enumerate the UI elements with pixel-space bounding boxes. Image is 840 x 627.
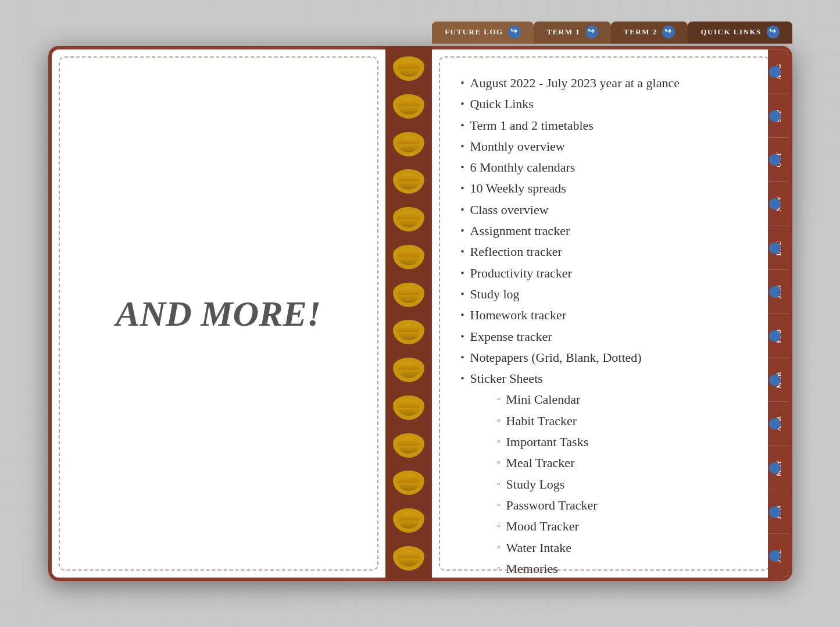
tab-quick-links[interactable]: QUICK LINKS	[688, 22, 792, 44]
sub-circle-icon: ○	[497, 500, 501, 510]
bullet-dot-icon: ●	[461, 205, 464, 215]
month-badge-icon	[769, 550, 781, 562]
content-area: ●August 2022 - July 2023 year at a glanc…	[432, 49, 789, 578]
bullet-item: ●Class overview	[461, 200, 760, 220]
future-log-icon	[508, 26, 521, 38]
month-tab-apr[interactable]: APR	[768, 401, 789, 446]
sub-bullet-item: ○Mood Tracker	[497, 516, 760, 537]
month-tab-nov[interactable]: NOV	[768, 181, 789, 226]
bullet-dot-icon: ●	[461, 162, 464, 172]
bullet-item: ●Monthly overview	[461, 136, 760, 157]
term2-icon	[662, 26, 675, 38]
quick-links-icon	[767, 26, 780, 38]
bullet-dot-icon: ●	[461, 99, 464, 109]
sub-bullet-item: ○Meal Tracker	[497, 453, 760, 473]
month-badge-icon	[769, 374, 781, 386]
sub-bullet-item: ○Study Logs	[497, 474, 760, 495]
sub-circle-icon: ○	[497, 416, 501, 426]
sub-circle-icon: ○	[497, 564, 501, 573]
bullet-dot-icon: ●	[461, 268, 464, 278]
left-page: AND MORE!	[48, 46, 385, 581]
bullet-item: ●Expense tracker	[461, 326, 760, 347]
tabs-bar: FUTURE LOG TERM 1 TERM 2 QUICK LINKS	[432, 22, 792, 44]
month-tab-feb[interactable]: FEB	[768, 314, 789, 358]
bullet-item: ●Study log	[461, 284, 760, 305]
bullet-item: ●Reflection tracker	[461, 241, 760, 262]
and-more-heading: AND MORE!	[116, 293, 321, 334]
ring-6	[393, 245, 424, 269]
bullet-dot-icon: ●	[461, 120, 464, 130]
ring-9	[393, 358, 424, 382]
notebook: FUTURE LOG TERM 1 TERM 2 QUICK LINKS AND…	[48, 46, 792, 581]
bullet-item: ●August 2022 - July 2023 year at a glanc…	[461, 73, 760, 94]
month-badge-icon	[769, 330, 781, 341]
ring-7	[393, 283, 424, 307]
month-badge-icon	[769, 418, 781, 430]
bullet-item: ●Sticker Sheets	[461, 368, 760, 389]
ring-1	[393, 56, 424, 81]
month-badge-icon	[769, 462, 781, 473]
sub-circle-icon: ○	[497, 458, 501, 468]
month-tab-aug[interactable]: AUG	[768, 49, 789, 94]
month-tab-mar[interactable]: MAR	[768, 358, 789, 402]
main-bullet-list: ●August 2022 - July 2023 year at a glanc…	[461, 73, 760, 578]
sub-bullet-item: ○Important Tasks	[497, 432, 760, 453]
sub-circle-icon: ○	[497, 543, 501, 553]
bullet-dot-icon: ●	[461, 226, 464, 236]
ring-13	[393, 508, 424, 533]
month-badge-icon	[769, 286, 781, 298]
tab-term1[interactable]: TERM 1	[534, 22, 611, 44]
sub-bullet-item: ○Mini Calendar	[497, 389, 760, 410]
bullet-item: ●Homework tracker	[461, 305, 760, 326]
sub-bullet-item: ○Water Intake	[497, 537, 760, 558]
bullet-dot-icon: ●	[461, 310, 464, 320]
sub-bullet-list: ○Mini Calendar○Habit Tracker○Important T…	[480, 389, 760, 578]
bullet-dot-icon: ●	[461, 289, 464, 299]
right-page: ●August 2022 - July 2023 year at a glanc…	[432, 46, 792, 581]
sub-bullet-item: ○Habit Tracker	[497, 411, 760, 432]
month-badge-icon	[769, 66, 781, 77]
month-tab-may[interactable]: MAY	[768, 446, 789, 490]
bullet-dot-icon: ●	[461, 332, 464, 341]
month-badge-icon	[769, 506, 781, 518]
ring-4	[393, 169, 424, 194]
month-tabs: AUGSEPOCTNOVDECJANFEBMARAPRMAYJUNJUL	[768, 49, 789, 578]
bullet-item: ●6 Monthly calendars	[461, 157, 760, 178]
bullet-item: ●Notepapers (Grid, Blank, Dotted)	[461, 347, 760, 368]
tab-future-log[interactable]: FUTURE LOG	[432, 22, 534, 44]
ring-12	[393, 471, 424, 495]
tab-term2[interactable]: TERM 2	[611, 22, 688, 44]
bullet-item: ●Term 1 and 2 timetables	[461, 115, 760, 136]
ring-8	[393, 320, 424, 344]
ring-5	[393, 207, 424, 231]
bullet-item: ●Assignment tracker	[461, 220, 760, 241]
bullet-dot-icon: ●	[461, 141, 464, 151]
sub-circle-icon: ○	[497, 437, 501, 447]
bullet-dot-icon: ●	[461, 247, 464, 256]
month-tab-dec[interactable]: DEC	[768, 226, 789, 270]
month-tab-jul[interactable]: JUL	[768, 533, 789, 578]
month-tab-sep[interactable]: SEP	[768, 94, 789, 138]
sub-bullet-item: ○Memories	[497, 558, 760, 578]
ring-14	[393, 546, 424, 571]
spine-binding	[385, 46, 432, 581]
ring-2	[393, 94, 424, 119]
month-badge-icon	[769, 242, 781, 254]
month-tab-oct[interactable]: OCT	[768, 137, 789, 181]
month-badge-icon	[769, 154, 781, 166]
month-badge-icon	[769, 198, 781, 209]
ring-10	[393, 396, 424, 420]
bullet-dot-icon: ●	[461, 183, 464, 193]
month-tab-jan[interactable]: JAN	[768, 269, 789, 314]
sub-list-container: ○Mini Calendar○Habit Tracker○Important T…	[480, 389, 760, 578]
term1-icon	[585, 26, 598, 38]
bullet-item: ●Quick Links	[461, 94, 760, 115]
month-tab-jun[interactable]: JUN	[768, 490, 789, 534]
sub-circle-icon: ○	[497, 394, 501, 404]
bullet-dot-icon: ●	[461, 78, 464, 88]
ring-11	[393, 433, 424, 458]
bullet-dot-icon: ●	[461, 352, 464, 362]
bullet-item: ●Productivity tracker	[461, 263, 760, 284]
bullet-dot-icon: ●	[461, 373, 464, 383]
sub-circle-icon: ○	[497, 479, 501, 489]
